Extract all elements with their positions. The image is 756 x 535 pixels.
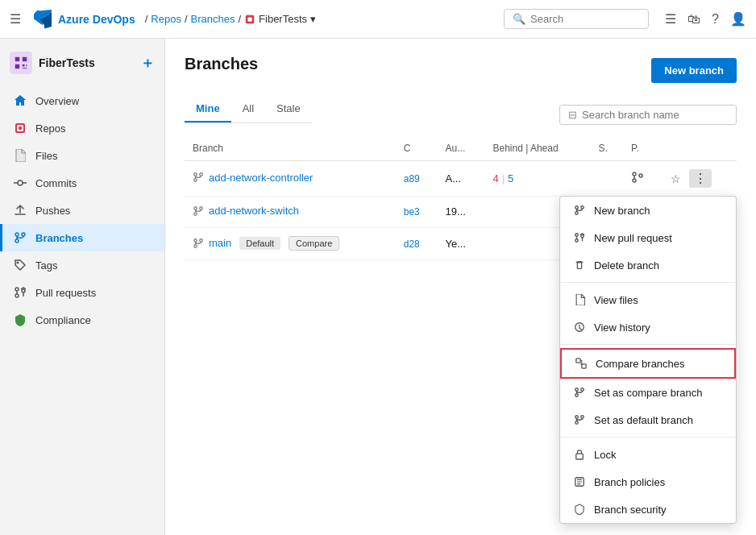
svg-point-14 xyxy=(15,233,19,236)
branch-row-icon xyxy=(193,172,204,183)
pr-cell xyxy=(623,161,661,197)
svg-point-43 xyxy=(575,388,579,392)
svg-point-11 xyxy=(18,180,23,185)
col-branch: Branch xyxy=(185,136,396,161)
svg-rect-5 xyxy=(23,64,25,67)
tab-mine[interactable]: Mine xyxy=(185,96,231,122)
user-icon[interactable]: 👤 xyxy=(730,11,746,27)
global-search[interactable]: 🔍 xyxy=(504,9,649,29)
svg-point-21 xyxy=(194,173,197,176)
sidebar-item-pushes[interactable]: Pushes xyxy=(0,197,164,224)
content-area: Branches New branch Mine All Stale ⊟ Bra… xyxy=(165,39,756,535)
col-c: C xyxy=(396,136,438,161)
menu-item-set-compare[interactable]: Set as compare branch xyxy=(560,379,736,406)
author-cell: A... xyxy=(438,161,485,197)
menu-label: Delete branch xyxy=(594,259,659,272)
sidebar-item-pullrequests[interactable]: Pull requests xyxy=(0,279,164,306)
menu-item-set-default[interactable]: Set as default branch xyxy=(560,406,736,433)
svg-point-22 xyxy=(194,179,197,182)
shield-icon xyxy=(13,313,27,327)
branch-name-link[interactable]: add-network-controller xyxy=(209,172,313,184)
list-icon[interactable]: ☰ xyxy=(665,11,676,27)
context-menu: New branch New pull request Delete branc… xyxy=(559,196,737,524)
ahead-link[interactable]: 5 xyxy=(508,172,513,185)
branch-default-icon xyxy=(573,413,586,426)
sidebar-label-commits: Commits xyxy=(35,177,77,189)
policies-icon xyxy=(573,475,586,488)
svg-point-33 xyxy=(575,206,579,209)
svg-rect-2 xyxy=(15,57,19,61)
breadcrumb-repos[interactable]: Repos xyxy=(151,13,181,25)
sidebar-item-commits[interactable]: Commits xyxy=(0,169,164,197)
sidebar: FiberTests ＋ Overview Repos Files xyxy=(0,39,165,535)
menu-item-lock[interactable]: Lock xyxy=(560,441,736,468)
menu-item-view-files[interactable]: View files xyxy=(560,286,736,313)
breadcrumb-branches[interactable]: Branches xyxy=(191,13,235,25)
default-badge: Default xyxy=(239,237,280,250)
star-button[interactable]: ☆ xyxy=(669,171,683,187)
svg-point-15 xyxy=(15,239,19,243)
svg-point-30 xyxy=(194,238,197,242)
svg-point-37 xyxy=(575,239,579,243)
svg-point-46 xyxy=(575,416,579,419)
commit-link[interactable]: be3 xyxy=(404,206,420,218)
status-cell xyxy=(590,161,623,197)
sidebar-project[interactable]: FiberTests ＋ xyxy=(0,45,164,81)
commit-link[interactable]: d28 xyxy=(404,238,420,250)
row-actions: ☆ ⋮ xyxy=(669,169,729,188)
compare-badge: Compare xyxy=(289,236,339,251)
menu-item-view-history[interactable]: View history xyxy=(560,313,736,341)
sidebar-item-tags[interactable]: Tags xyxy=(0,251,164,279)
breadcrumb-sep3: / xyxy=(238,13,241,25)
pr-icon xyxy=(13,285,27,300)
basket-icon[interactable]: 🛍 xyxy=(687,12,700,27)
menu-label: New pull request xyxy=(594,232,672,244)
menu-item-new-branch[interactable]: New branch xyxy=(560,197,736,224)
branch-name-link[interactable]: main xyxy=(209,237,231,249)
tab-all[interactable]: All xyxy=(231,96,265,122)
sidebar-label-repos: Repos xyxy=(35,122,66,135)
repo-selector[interactable]: FiberTests ▾ xyxy=(244,13,316,25)
trash-icon xyxy=(573,259,586,272)
sidebar-item-compliance[interactable]: Compliance xyxy=(0,306,164,334)
menu-item-delete-branch[interactable]: Delete branch xyxy=(560,251,736,279)
svg-point-17 xyxy=(17,262,19,264)
nav-icons: ☰ 🛍 ? 👤 xyxy=(665,11,746,27)
branch-name-link[interactable]: add-network-switch xyxy=(209,205,299,217)
svg-point-20 xyxy=(22,289,25,292)
menu-divider xyxy=(560,344,736,345)
svg-point-34 xyxy=(575,212,579,215)
svg-point-48 xyxy=(581,416,584,419)
hamburger-icon[interactable]: ☰ xyxy=(10,11,21,27)
menu-item-branch-security[interactable]: Branch security xyxy=(560,496,736,523)
search-input[interactable] xyxy=(530,13,627,25)
branch-filter[interactable]: ⊟ xyxy=(559,105,737,125)
sidebar-item-branches[interactable]: Branches xyxy=(0,224,164,251)
sidebar-item-repos[interactable]: Repos xyxy=(0,114,164,142)
sidebar-label-pullrequests: Pull requests xyxy=(35,287,96,299)
menu-item-new-pr[interactable]: New pull request xyxy=(560,224,736,251)
col-actions xyxy=(661,136,737,161)
filter-input[interactable] xyxy=(582,109,728,121)
behind-count: 4 xyxy=(492,172,498,185)
menu-label: Branch security xyxy=(594,504,667,516)
tab-stale[interactable]: Stale xyxy=(265,96,312,122)
filter-icon: ⊟ xyxy=(568,109,577,121)
azure-devops-logo[interactable]: Azure DevOps xyxy=(34,10,135,29)
menu-item-compare-branches[interactable]: Compare branches xyxy=(560,348,736,379)
help-icon[interactable]: ? xyxy=(712,12,719,27)
svg-rect-41 xyxy=(576,359,580,363)
file-icon xyxy=(13,148,27,163)
sidebar-item-files[interactable]: Files xyxy=(0,142,164,169)
svg-point-24 xyxy=(633,172,636,176)
qr-icon xyxy=(14,56,28,70)
menu-item-branch-policies[interactable]: Branch policies xyxy=(560,468,736,496)
commit-link[interactable]: a89 xyxy=(404,173,420,185)
sidebar-item-overview[interactable]: Overview xyxy=(0,87,164,114)
add-project-button[interactable]: ＋ xyxy=(140,53,155,73)
new-branch-button[interactable]: New branch xyxy=(651,58,737,83)
ahead-behind-cell: 4 | 5 xyxy=(492,172,582,185)
row-kebab-button[interactable]: ⋮ xyxy=(689,169,712,188)
breadcrumb-sep2: / xyxy=(185,13,188,25)
svg-rect-4 xyxy=(15,64,19,68)
